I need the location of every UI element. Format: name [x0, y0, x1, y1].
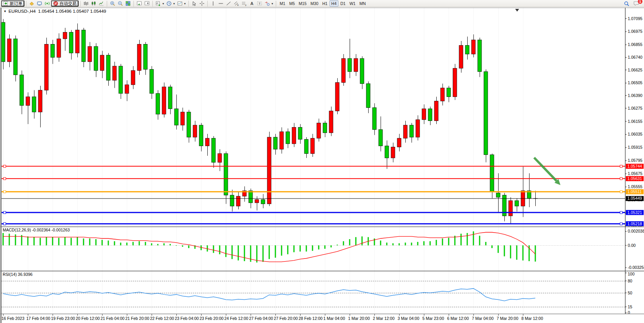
text-icon[interactable]: A [248, 0, 256, 7]
svg-text:1.06740: 1.06740 [628, 55, 642, 60]
svg-text:A: A [250, 1, 253, 6]
level-line-1.05218[interactable] [2, 223, 625, 225]
crosshair-icon[interactable] [198, 0, 206, 7]
separator [207, 1, 208, 7]
price-badge-1.05449: 1.05449 [626, 196, 644, 201]
toolbar-right: 1 [624, 1, 643, 6]
timeframe-H4[interactable]: H4 [330, 0, 338, 7]
date-label: 7 Mar 04:00 [472, 316, 494, 321]
macd-axis: 0.0020380.00-0.003256 [625, 229, 644, 270]
date-label: 1 Mar 04:00 [323, 316, 345, 321]
charts-profile-icon[interactable] [28, 0, 36, 7]
separator [188, 1, 189, 7]
fibonacci-icon[interactable]: F [240, 0, 248, 7]
svg-text:0.00: 0.00 [628, 243, 636, 248]
timeframe-M1[interactable]: M1 [278, 0, 287, 7]
svg-text:50: 50 [628, 291, 632, 295]
svg-text:100: 100 [628, 272, 635, 276]
timeframe-D1[interactable]: D1 [338, 0, 347, 7]
text-label-icon[interactable]: T [256, 0, 263, 7]
level-line-1.05744[interactable] [2, 165, 625, 167]
auto-trading-icon [53, 1, 58, 6]
date-label: 8 Mar 12:00 [521, 316, 543, 321]
date-label: 2 Mar 12:00 [373, 316, 395, 321]
date-label: 16 Feb 2023 [2, 316, 24, 321]
timeframe-group: M1M5M15M30H1H4D1W1MN [278, 1, 367, 6]
line-chart-icon[interactable] [97, 0, 105, 7]
separator [276, 1, 276, 7]
rsi-axis: 1008050150 [625, 272, 635, 315]
svg-text:1.05511: 1.05511 [627, 189, 642, 194]
svg-text:1.06855: 1.06855 [628, 42, 642, 47]
chart-canvas[interactable]: 1.070951.069751.068551.067401.066251.065… [0, 8, 644, 323]
signals-icon[interactable] [43, 0, 51, 7]
separator [152, 1, 153, 7]
svg-text:1.05631: 1.05631 [627, 176, 642, 181]
annotation-arrow[interactable] [534, 158, 560, 185]
svg-text:1.05218: 1.05218 [627, 221, 642, 226]
chevron-down-icon: ▾ [272, 2, 273, 5]
timeframe-H1[interactable]: H1 [320, 0, 329, 7]
auto-trading-button[interactable]: 自动交易 [51, 0, 79, 7]
svg-text:-0.003256: -0.003256 [628, 265, 644, 270]
bar-chart-icon[interactable] [82, 0, 90, 7]
candles [1, 19, 538, 223]
svg-text:1.05744: 1.05744 [627, 164, 642, 168]
price-badge-1.05744: 1.05744 [626, 164, 644, 169]
new-order-label: 新订单 [10, 1, 22, 7]
rsi-line [3, 289, 535, 301]
trendline-icon[interactable] [225, 0, 232, 7]
new-order-button[interactable]: 新订单 [1, 0, 24, 7]
svg-text:15: 15 [628, 304, 632, 309]
candle-chart-icon[interactable] [90, 0, 97, 7]
periods-icon[interactable]: ▾ [165, 0, 176, 7]
new-chart-icon[interactable]: ▾ [154, 0, 165, 7]
svg-text:1.06390: 1.06390 [628, 93, 642, 98]
svg-text:E: E [237, 4, 239, 6]
chart-shift-icon[interactable] [143, 0, 151, 7]
svg-text:T: T [259, 2, 261, 5]
search-icon[interactable] [624, 1, 629, 6]
cursor-icon[interactable] [190, 0, 198, 7]
timeframe-M5[interactable]: M5 [287, 0, 297, 7]
zoom-in-icon[interactable] [109, 0, 116, 7]
zoom-out-icon[interactable] [116, 0, 124, 7]
timeframe-M30[interactable]: M30 [309, 0, 320, 7]
chevron-down-icon: ▾ [184, 2, 186, 5]
svg-text:80: 80 [628, 279, 632, 283]
equidistant-channel-icon[interactable]: E [232, 0, 240, 7]
tile-windows-icon[interactable] [124, 0, 132, 7]
date-axis[interactable]: 16 Feb 202317 Feb 04:0019 Feb 23:0020 Fe… [2, 314, 543, 321]
level-line-1.05321[interactable] [2, 211, 625, 214]
date-label: 20 Feb 12:00 [76, 316, 100, 321]
grid-lines [3, 8, 523, 314]
vertical-line-icon[interactable] [209, 0, 217, 7]
notification-badge: 1 [638, 0, 642, 4]
svg-text:1.06275: 1.06275 [628, 106, 642, 110]
terminal-icon[interactable] [36, 0, 43, 7]
date-label: 21 Feb 20:00 [125, 316, 149, 321]
horizontal-line-icon[interactable] [217, 0, 225, 7]
date-label: 24 Feb 12:00 [224, 316, 248, 321]
level-line-1.05511[interactable] [2, 190, 625, 193]
templates-icon[interactable]: ▾ [176, 0, 187, 7]
svg-text:1.06035: 1.06035 [628, 132, 642, 136]
timeframe-M15[interactable]: M15 [297, 0, 308, 7]
svg-text:1.05675: 1.05675 [628, 171, 642, 176]
level-line-1.05631[interactable] [2, 177, 625, 180]
auto-scroll-icon[interactable] [135, 0, 143, 7]
price-badge-1.05218: 1.05218 [626, 221, 644, 226]
separator [26, 1, 26, 7]
svg-text:0.002038: 0.002038 [628, 229, 644, 233]
notifications-button[interactable]: 1 [633, 1, 640, 6]
date-label: 3 Mar 04:00 [398, 316, 419, 321]
date-label: 5 Mar 23:00 [422, 316, 444, 321]
date-label: 22 Feb 12:00 [150, 316, 174, 321]
toolbar: 新订单 自动交易 ▾ ▾ ▾ E F A T ▾ M1M5M15M30H1H4D… [0, 0, 644, 7]
timeframe-MN[interactable]: MN [357, 0, 367, 7]
arrows-shapes-icon[interactable]: ▾ [263, 0, 274, 7]
svg-text:1.07095: 1.07095 [628, 16, 642, 21]
chart-shift-marker[interactable] [515, 9, 519, 12]
timeframe-W1[interactable]: W1 [347, 0, 357, 7]
separator [133, 1, 134, 7]
